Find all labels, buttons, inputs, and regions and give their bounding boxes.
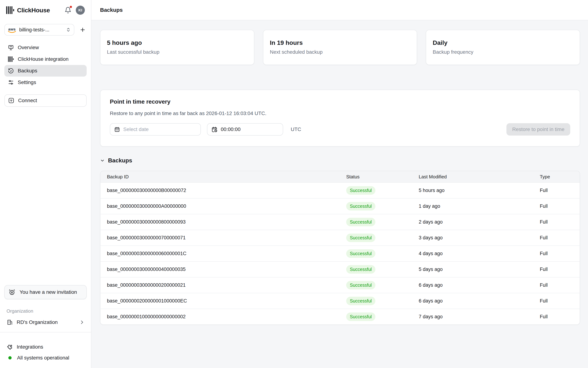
backups-section-header[interactable]: Backups: [100, 157, 580, 164]
backups-section-title: Backups: [108, 157, 132, 164]
calendar-clock-icon: [211, 126, 218, 132]
content: 5 hours ago Last successful backup In 19…: [91, 20, 588, 368]
sidebar-item-backups[interactable]: Backups: [4, 65, 87, 77]
backup-id-cell: base_000000030000000A00000000: [100, 203, 346, 209]
calendar-icon: [114, 127, 120, 132]
backup-id-cell: base_000000030000000700000071: [100, 235, 346, 241]
last-modified-cell: 3 days ago: [419, 235, 540, 241]
backups-table: Backup ID Status Last Modified Type base…: [100, 171, 580, 325]
table-header-row: Backup ID Status Last Modified Type: [100, 171, 580, 182]
service-selector[interactable]: aws billing-tests-...: [4, 24, 74, 36]
table-row[interactable]: base_000000030000000400000035Successful5…: [100, 261, 580, 277]
service-selector-row: aws billing-tests-...: [4, 24, 87, 36]
connect-label: Connect: [18, 98, 37, 103]
notifications-bell-button[interactable]: [64, 7, 71, 14]
sidebar-item-overview[interactable]: Overview: [4, 42, 87, 53]
last-modified-cell: 6 days ago: [419, 298, 540, 304]
status-badge: Successful: [346, 297, 375, 305]
card-subtitle: Backup frequency: [433, 49, 573, 55]
backup-id-cell: base_000000030000000400000035: [100, 267, 346, 272]
overview-icon: [8, 45, 14, 51]
table-row[interactable]: base_000000030000000A00000000Successful1…: [100, 198, 580, 214]
add-service-button[interactable]: [79, 26, 87, 34]
system-status-link[interactable]: All systems operational: [4, 352, 87, 363]
type-cell: Full: [540, 219, 580, 225]
chevron-down-icon: [100, 158, 105, 163]
type-cell: Full: [540, 267, 580, 272]
pitr-description: Restore to any point in time as far back…: [110, 110, 570, 116]
card-title: Daily: [433, 39, 573, 46]
connect-wifi-icon: [8, 97, 15, 104]
status-badge: Successful: [346, 265, 375, 274]
date-picker-field[interactable]: [110, 123, 201, 136]
pitr-title: Point in time recovery: [110, 98, 570, 105]
chevron-right-icon: [79, 320, 84, 325]
backups-table-body: base_000000030000000B00000072Successful5…: [100, 182, 580, 324]
main-area: Backups 5 hours ago Last successful back…: [91, 0, 588, 368]
status-cell: Successful: [346, 281, 419, 289]
table-row[interactable]: base_000000030000000B00000072Successful5…: [100, 182, 580, 198]
status-badge: Successful: [346, 218, 375, 226]
status-badge: Successful: [346, 249, 375, 258]
sidebar-item-settings[interactable]: Settings: [4, 77, 87, 88]
integrations-label: Integrations: [17, 344, 43, 350]
type-cell: Full: [540, 251, 580, 256]
clickhouse-bars-icon: [8, 56, 14, 62]
type-cell: Full: [540, 203, 580, 209]
sidebar-item-clickhouse-integration[interactable]: ClickHouse integration: [4, 53, 87, 65]
sidebar-item-label: Settings: [18, 80, 36, 85]
column-header-backup-id: Backup ID: [100, 174, 346, 180]
avatar[interactable]: KI: [76, 6, 85, 15]
service-selector-value: billing-tests-...: [19, 27, 63, 33]
connect-button[interactable]: Connect: [4, 94, 87, 107]
status-cell: Successful: [346, 218, 419, 226]
table-row[interactable]: base_00000003000000060000001CSuccessful4…: [100, 246, 580, 261]
status-badge: Successful: [346, 234, 375, 242]
table-row[interactable]: base_000000030000000200000021Successful6…: [100, 277, 580, 293]
system-status-label: All systems operational: [17, 355, 69, 361]
restore-button[interactable]: Restore to point in time: [506, 123, 570, 136]
table-row[interactable]: base_000000030000000800000093Successful2…: [100, 214, 580, 230]
card-title: 5 hours ago: [107, 39, 247, 46]
sidebar-item-label: ClickHouse integration: [18, 56, 69, 62]
organization-section-label: Organization: [4, 308, 87, 314]
time-input[interactable]: [221, 127, 279, 132]
last-modified-cell: 2 days ago: [419, 219, 540, 225]
status-badge: Successful: [346, 281, 375, 289]
pitr-controls: UTC Restore to point in time: [110, 123, 570, 136]
column-header-last-modified: Last Modified: [419, 174, 540, 180]
sidebar-item-integrations[interactable]: Integrations: [4, 341, 87, 352]
last-modified-cell: 6 days ago: [419, 282, 540, 288]
sidebar-header: ClickHouse KI: [4, 0, 87, 20]
last-backup-card: 5 hours ago Last successful backup: [100, 30, 254, 65]
table-row[interactable]: base_0000000200000001000000ECSuccessful6…: [100, 293, 580, 309]
backup-id-cell: base_00000003000000060000001C: [100, 251, 346, 256]
invitation-banner[interactable]: You have a new invitation: [4, 285, 87, 299]
sidebar-divider: [0, 332, 91, 332]
column-header-type: Type: [540, 174, 580, 180]
status-cell: Successful: [346, 202, 419, 211]
last-modified-cell: 5 days ago: [419, 267, 540, 272]
table-row[interactable]: base_000000010000000000000002Successful7…: [100, 309, 580, 324]
date-input[interactable]: [123, 127, 196, 132]
card-subtitle: Next scheduled backup: [270, 49, 410, 55]
last-modified-cell: 4 days ago: [419, 251, 540, 256]
time-picker-field[interactable]: [207, 123, 283, 136]
status-cell: Successful: [346, 265, 419, 274]
card-subtitle: Last successful backup: [107, 49, 247, 55]
last-modified-cell: 1 day ago: [419, 203, 540, 209]
sidebar: ClickHouse KI aws billing-tests-...: [0, 0, 91, 368]
status-cell: Successful: [346, 297, 419, 305]
card-title: In 19 hours: [270, 39, 410, 46]
backup-id-cell: base_0000000200000001000000EC: [100, 298, 346, 304]
status-badge: Successful: [346, 186, 375, 195]
backup-id-cell: base_000000010000000000000002: [100, 314, 346, 320]
aws-logo-icon: aws: [8, 27, 16, 33]
type-cell: Full: [540, 314, 580, 320]
last-modified-cell: 5 hours ago: [419, 188, 540, 193]
status-cell: Successful: [346, 234, 419, 242]
organization-switcher[interactable]: RD's Organization: [4, 316, 87, 328]
status-dot: [8, 356, 12, 359]
table-row[interactable]: base_000000030000000700000071Successful3…: [100, 230, 580, 246]
type-cell: Full: [540, 235, 580, 241]
